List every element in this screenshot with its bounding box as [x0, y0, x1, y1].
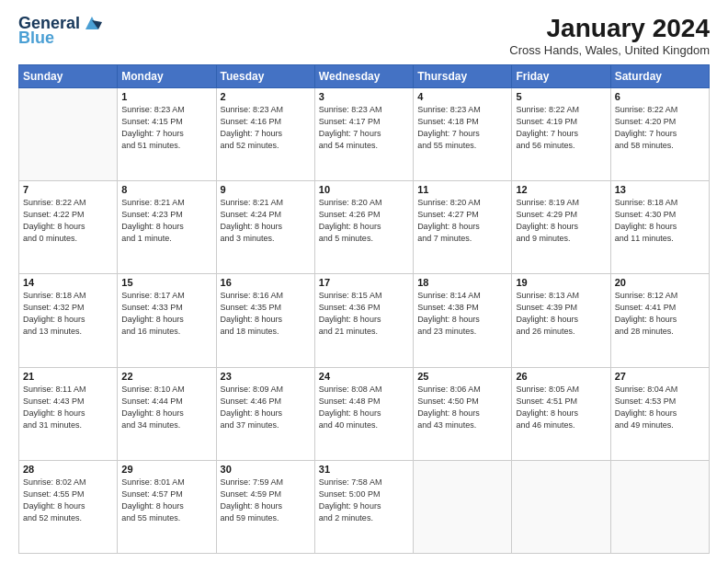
col-tuesday: Tuesday: [216, 64, 314, 87]
table-row: 7Sunrise: 8:22 AM Sunset: 4:22 PM Daylig…: [19, 181, 118, 274]
day-number: 11: [417, 184, 507, 195]
table-row: 19Sunrise: 8:13 AM Sunset: 4:39 PM Dayli…: [512, 274, 610, 367]
day-info: Sunrise: 8:22 AM Sunset: 4:19 PM Dayligh…: [516, 104, 606, 152]
day-info: Sunrise: 8:18 AM Sunset: 4:32 PM Dayligh…: [23, 290, 113, 338]
day-number: 26: [516, 371, 606, 382]
table-row: 27Sunrise: 8:04 AM Sunset: 4:53 PM Dayli…: [610, 367, 709, 460]
table-row: 5Sunrise: 8:22 AM Sunset: 4:19 PM Daylig…: [512, 87, 610, 180]
day-info: Sunrise: 8:20 AM Sunset: 4:27 PM Dayligh…: [417, 197, 507, 245]
day-info: Sunrise: 8:12 AM Sunset: 4:41 PM Dayligh…: [615, 290, 705, 338]
day-info: Sunrise: 8:09 AM Sunset: 4:46 PM Dayligh…: [221, 384, 311, 431]
table-row: 18Sunrise: 8:14 AM Sunset: 4:38 PM Dayli…: [414, 274, 512, 367]
day-info: Sunrise: 7:58 AM Sunset: 5:00 PM Dayligh…: [319, 477, 409, 524]
logo: General Blue: [18, 15, 102, 48]
table-row: 28Sunrise: 8:02 AM Sunset: 4:55 PM Dayli…: [19, 460, 118, 553]
day-number: 23: [221, 371, 311, 382]
day-number: 29: [121, 464, 211, 475]
month-title: January 2024: [509, 15, 710, 43]
day-number: 2: [221, 91, 311, 102]
table-row: 31Sunrise: 7:58 AM Sunset: 5:00 PM Dayli…: [314, 460, 413, 553]
day-info: Sunrise: 8:21 AM Sunset: 4:24 PM Dayligh…: [221, 197, 311, 245]
day-number: 24: [319, 371, 409, 382]
day-info: Sunrise: 8:05 AM Sunset: 4:51 PM Dayligh…: [516, 384, 606, 431]
day-number: 13: [615, 184, 705, 195]
day-number: 16: [221, 277, 311, 288]
day-info: Sunrise: 8:14 AM Sunset: 4:38 PM Dayligh…: [417, 290, 507, 338]
table-row: 24Sunrise: 8:08 AM Sunset: 4:48 PM Dayli…: [314, 367, 413, 460]
day-info: Sunrise: 8:22 AM Sunset: 4:22 PM Dayligh…: [23, 197, 113, 245]
day-number: 27: [615, 371, 705, 382]
table-row: 13Sunrise: 8:18 AM Sunset: 4:30 PM Dayli…: [610, 181, 709, 274]
day-number: 18: [417, 277, 507, 288]
day-number: 17: [319, 277, 409, 288]
subtitle: Cross Hands, Wales, United Kingdom: [509, 43, 710, 57]
table-row: 23Sunrise: 8:09 AM Sunset: 4:46 PM Dayli…: [216, 367, 314, 460]
table-row: [512, 460, 610, 553]
table-row: 26Sunrise: 8:05 AM Sunset: 4:51 PM Dayli…: [512, 367, 610, 460]
day-number: 15: [121, 277, 211, 288]
day-info: Sunrise: 8:16 AM Sunset: 4:35 PM Dayligh…: [221, 290, 311, 338]
day-number: 10: [319, 184, 409, 195]
table-row: 1Sunrise: 8:23 AM Sunset: 4:15 PM Daylig…: [118, 87, 216, 180]
day-info: Sunrise: 8:22 AM Sunset: 4:20 PM Dayligh…: [615, 104, 705, 152]
table-row: 2Sunrise: 8:23 AM Sunset: 4:16 PM Daylig…: [216, 87, 314, 180]
day-info: Sunrise: 8:13 AM Sunset: 4:39 PM Dayligh…: [516, 290, 606, 338]
day-info: Sunrise: 8:23 AM Sunset: 4:17 PM Dayligh…: [319, 104, 409, 152]
day-number: 9: [221, 184, 311, 195]
day-number: 4: [417, 91, 507, 102]
col-friday: Friday: [512, 64, 610, 87]
logo-icon: [82, 13, 102, 33]
day-info: Sunrise: 8:06 AM Sunset: 4:50 PM Dayligh…: [417, 384, 507, 431]
table-row: 22Sunrise: 8:10 AM Sunset: 4:44 PM Dayli…: [118, 367, 216, 460]
table-row: 15Sunrise: 8:17 AM Sunset: 4:33 PM Dayli…: [118, 274, 216, 367]
day-info: Sunrise: 8:11 AM Sunset: 4:43 PM Dayligh…: [23, 384, 113, 431]
day-info: Sunrise: 8:08 AM Sunset: 4:48 PM Dayligh…: [319, 384, 409, 431]
day-info: Sunrise: 8:23 AM Sunset: 4:15 PM Dayligh…: [121, 104, 211, 152]
table-row: 9Sunrise: 8:21 AM Sunset: 4:24 PM Daylig…: [216, 181, 314, 274]
day-number: 6: [615, 91, 705, 102]
table-row: 6Sunrise: 8:22 AM Sunset: 4:20 PM Daylig…: [610, 87, 709, 180]
day-number: 1: [121, 91, 211, 102]
day-info: Sunrise: 8:17 AM Sunset: 4:33 PM Dayligh…: [121, 290, 211, 338]
day-info: Sunrise: 8:01 AM Sunset: 4:57 PM Dayligh…: [121, 477, 211, 524]
day-number: 21: [23, 371, 113, 382]
table-row: 4Sunrise: 8:23 AM Sunset: 4:18 PM Daylig…: [414, 87, 512, 180]
col-thursday: Thursday: [414, 64, 512, 87]
day-number: 8: [121, 184, 211, 195]
page: General Blue January 2024 Cross Hands, W…: [0, 0, 728, 563]
calendar-header-row: Sunday Monday Tuesday Wednesday Thursday…: [19, 64, 710, 87]
day-info: Sunrise: 8:19 AM Sunset: 4:29 PM Dayligh…: [516, 197, 606, 245]
day-number: 3: [319, 91, 409, 102]
col-sunday: Sunday: [19, 64, 118, 87]
table-row: [414, 460, 512, 553]
table-row: 3Sunrise: 8:23 AM Sunset: 4:17 PM Daylig…: [314, 87, 413, 180]
table-row: 17Sunrise: 8:15 AM Sunset: 4:36 PM Dayli…: [314, 274, 413, 367]
col-saturday: Saturday: [610, 64, 709, 87]
day-number: 14: [23, 277, 113, 288]
day-info: Sunrise: 8:15 AM Sunset: 4:36 PM Dayligh…: [319, 290, 409, 338]
day-info: Sunrise: 8:02 AM Sunset: 4:55 PM Dayligh…: [23, 477, 113, 524]
col-monday: Monday: [118, 64, 216, 87]
day-info: Sunrise: 8:18 AM Sunset: 4:30 PM Dayligh…: [615, 197, 705, 245]
day-info: Sunrise: 7:59 AM Sunset: 4:59 PM Dayligh…: [221, 477, 311, 524]
table-row: [610, 460, 709, 553]
day-info: Sunrise: 8:04 AM Sunset: 4:53 PM Dayligh…: [615, 384, 705, 431]
logo-text-line2: Blue: [18, 29, 54, 48]
table-row: 25Sunrise: 8:06 AM Sunset: 4:50 PM Dayli…: [414, 367, 512, 460]
day-number: 25: [417, 371, 507, 382]
day-number: 7: [23, 184, 113, 195]
col-wednesday: Wednesday: [314, 64, 413, 87]
table-row: 30Sunrise: 7:59 AM Sunset: 4:59 PM Dayli…: [216, 460, 314, 553]
day-info: Sunrise: 8:10 AM Sunset: 4:44 PM Dayligh…: [121, 384, 211, 431]
title-block: January 2024 Cross Hands, Wales, United …: [509, 15, 710, 57]
day-number: 31: [319, 464, 409, 475]
table-row: 10Sunrise: 8:20 AM Sunset: 4:26 PM Dayli…: [314, 181, 413, 274]
day-info: Sunrise: 8:23 AM Sunset: 4:18 PM Dayligh…: [417, 104, 507, 152]
day-number: 12: [516, 184, 606, 195]
day-number: 20: [615, 277, 705, 288]
calendar-table: Sunday Monday Tuesday Wednesday Thursday…: [18, 64, 710, 554]
table-row: 20Sunrise: 8:12 AM Sunset: 4:41 PM Dayli…: [610, 274, 709, 367]
day-number: 5: [516, 91, 606, 102]
header: General Blue January 2024 Cross Hands, W…: [18, 15, 710, 57]
table-row: 29Sunrise: 8:01 AM Sunset: 4:57 PM Dayli…: [118, 460, 216, 553]
